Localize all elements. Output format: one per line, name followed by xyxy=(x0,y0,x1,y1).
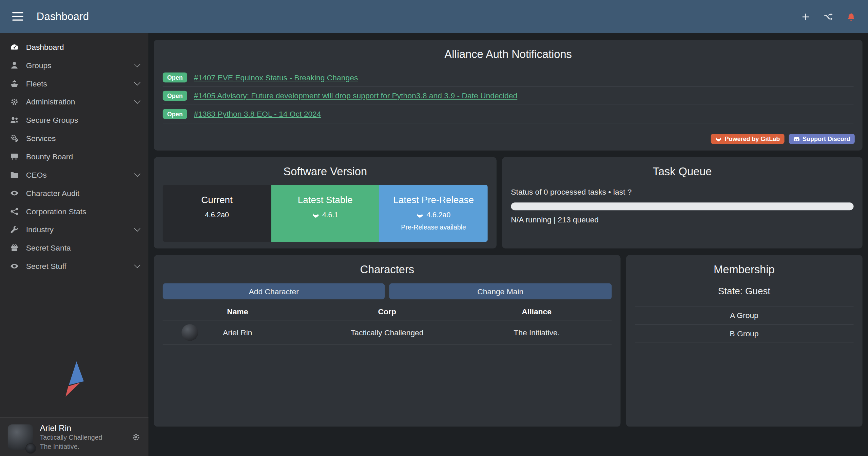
characters-table-body: Ariel RinTactically ChallengedThe Initia… xyxy=(163,320,612,345)
alliance-auth-logo xyxy=(0,359,148,417)
ship-icon xyxy=(10,79,19,88)
page-title: Dashboard xyxy=(37,11,89,23)
sidebar-item-secret-stuff[interactable]: Secret Stuff xyxy=(0,257,148,275)
membership-title: Membership xyxy=(635,255,853,276)
version-name: Current xyxy=(163,195,271,206)
notifications-panel: Alliance Auth Notifications Open#1407 EV… xyxy=(154,40,863,151)
character-row: Ariel RinTactically ChallengedThe Initia… xyxy=(163,320,612,345)
characters-panel: Characters Add Character Change Main Nam… xyxy=(154,255,620,427)
wrench-icon xyxy=(10,225,19,234)
sidebar-item-dashboard[interactable]: Dashboard xyxy=(0,38,148,56)
main-content: Alliance Auth Notifications Open#1407 EV… xyxy=(148,33,868,456)
character-alliance: The Initiative. xyxy=(462,328,612,337)
membership-state: State: Guest xyxy=(635,286,853,297)
notifications-title: Alliance Auth Notifications xyxy=(163,40,854,61)
software-version-panel: Software Version Current4.6.2a0Latest St… xyxy=(154,157,497,248)
folder-icon xyxy=(10,170,19,179)
group-row: A Group xyxy=(635,306,853,324)
sidebar-nav: DashboardGroupsFleetsAdministrationSecur… xyxy=(0,33,148,275)
task-queue-panel: Task Queue Status of 0 processed tasks •… xyxy=(502,157,862,248)
group-list: A GroupB Group xyxy=(635,306,853,342)
version-box-stable[interactable]: Latest Stable4.6.1 xyxy=(271,185,379,242)
version-box-prerelease[interactable]: Latest Pre-Release4.6.2a0Pre-Release ava… xyxy=(379,185,487,242)
version-name: Latest Pre-Release xyxy=(379,195,487,206)
characters-title: Characters xyxy=(163,255,612,276)
user-corp: Tactically Challenged xyxy=(40,434,102,442)
version-value: 4.6.2a0 xyxy=(379,211,487,219)
sidebar-item-character-audit[interactable]: Character Audit xyxy=(0,184,148,202)
sidebar-item-secure-groups[interactable]: Secure Groups xyxy=(0,111,148,129)
gitlab-icon xyxy=(715,136,722,142)
cogs-icon xyxy=(10,134,19,142)
notification-link[interactable]: #1405 Advisory: Future development will … xyxy=(194,91,517,100)
discord-badge[interactable]: Support Discord xyxy=(789,134,854,144)
notification-bell-icon[interactable] xyxy=(846,12,856,21)
task-queue-title: Task Queue xyxy=(511,157,853,178)
status-badge: Open xyxy=(163,73,187,82)
sidebar-item-industry[interactable]: Industry xyxy=(0,220,148,239)
sidebar-item-groups[interactable]: Groups xyxy=(0,56,148,74)
status-badge: Open xyxy=(163,109,187,119)
version-name: Latest Stable xyxy=(271,195,379,206)
version-note: Pre-Release available xyxy=(379,223,487,231)
eye-icon xyxy=(10,189,19,197)
user-meta: Ariel Rin Tactically Challenged The Init… xyxy=(40,422,102,451)
sidebar-item-secret-santa[interactable]: Secret Santa xyxy=(0,238,148,257)
user-panel: Ariel Rin Tactically Challenged The Init… xyxy=(0,417,148,456)
user-settings-gear-icon[interactable] xyxy=(132,432,140,441)
version-boxes: Current4.6.2a0Latest Stable4.6.1Latest P… xyxy=(163,185,488,242)
user-avatar xyxy=(8,424,33,450)
menu-toggle-button[interactable] xyxy=(12,12,23,21)
column-header-alliance: Alliance xyxy=(462,307,612,316)
navbar-actions xyxy=(801,12,856,21)
sidebar-item-bounty-board[interactable]: Bounty Board xyxy=(0,147,148,165)
gitlab-badge[interactable]: Powered by GitLab xyxy=(711,134,784,144)
add-icon[interactable] xyxy=(801,12,811,21)
status-badge: Open xyxy=(163,91,187,101)
notification-list: Open#1407 EVE Equinox Status - Breaking … xyxy=(163,68,854,123)
footer-badges: Powered by GitLab Support Discord xyxy=(711,134,855,144)
queue-counts-text: N/A running | 213 queued xyxy=(511,215,853,224)
shuffle-icon[interactable] xyxy=(824,12,833,21)
task-progress-bar xyxy=(511,202,853,210)
chevron-down-icon xyxy=(134,97,140,103)
change-main-button[interactable]: Change Main xyxy=(389,283,612,299)
add-character-button[interactable]: Add Character xyxy=(163,283,385,299)
gear-icon xyxy=(10,97,19,106)
eye-icon xyxy=(10,261,19,270)
app: Dashboard DashboardGroupsFleetsAdministr… xyxy=(0,0,868,456)
chevron-down-icon xyxy=(134,262,140,268)
user-name: Ariel Rin xyxy=(40,422,102,433)
notification-row: Open#1405 Advisory: Future development w… xyxy=(163,87,854,105)
gitlab-icon xyxy=(417,211,424,218)
sidebar: DashboardGroupsFleetsAdministrationSecur… xyxy=(0,33,148,456)
bottom-row: Characters Add Character Change Main Nam… xyxy=(154,255,863,427)
character-name: Ariel Rin xyxy=(223,328,252,337)
notification-link[interactable]: #1383 Python 3.8 EOL - 14 Oct 2024 xyxy=(194,110,321,118)
middle-row: Software Version Current4.6.2a0Latest St… xyxy=(154,157,863,248)
tachometer-icon xyxy=(10,42,19,51)
sidebar-item-administration[interactable]: Administration xyxy=(0,93,148,111)
chevron-down-icon xyxy=(134,61,140,67)
version-value: 4.6.1 xyxy=(271,211,379,219)
discord-badge-label: Support Discord xyxy=(803,136,850,142)
membership-panel: Membership State: Guest A GroupB Group xyxy=(626,255,863,427)
character-corp: Tactically Challenged xyxy=(312,328,462,337)
chevron-down-icon xyxy=(134,170,140,176)
user-icon xyxy=(10,61,19,70)
group-row: B Group xyxy=(635,324,853,342)
column-header-corp: Corp xyxy=(312,307,462,316)
characters-table: NameCorpAlliance Ariel RinTactically Cha… xyxy=(163,307,612,345)
sidebar-item-fleets[interactable]: Fleets xyxy=(0,74,148,93)
character-actions: Add Character Change Main xyxy=(163,283,612,299)
user-alliance: The Initiative. xyxy=(40,442,102,451)
version-value: 4.6.2a0 xyxy=(163,211,271,219)
sidebar-item-ceos[interactable]: CEOs xyxy=(0,165,148,184)
discord-icon xyxy=(793,136,800,142)
sidebar-item-corporation-stats[interactable]: Corporation Stats xyxy=(0,202,148,220)
sidebar-item-services[interactable]: Services xyxy=(0,129,148,147)
notification-row: Open#1383 Python 3.8 EOL - 14 Oct 2024 xyxy=(163,105,854,123)
notification-link[interactable]: #1407 EVE Equinox Status - Breaking Chan… xyxy=(194,73,358,82)
notification-row: Open#1407 EVE Equinox Status - Breaking … xyxy=(163,68,854,87)
billboard-icon xyxy=(10,152,19,161)
